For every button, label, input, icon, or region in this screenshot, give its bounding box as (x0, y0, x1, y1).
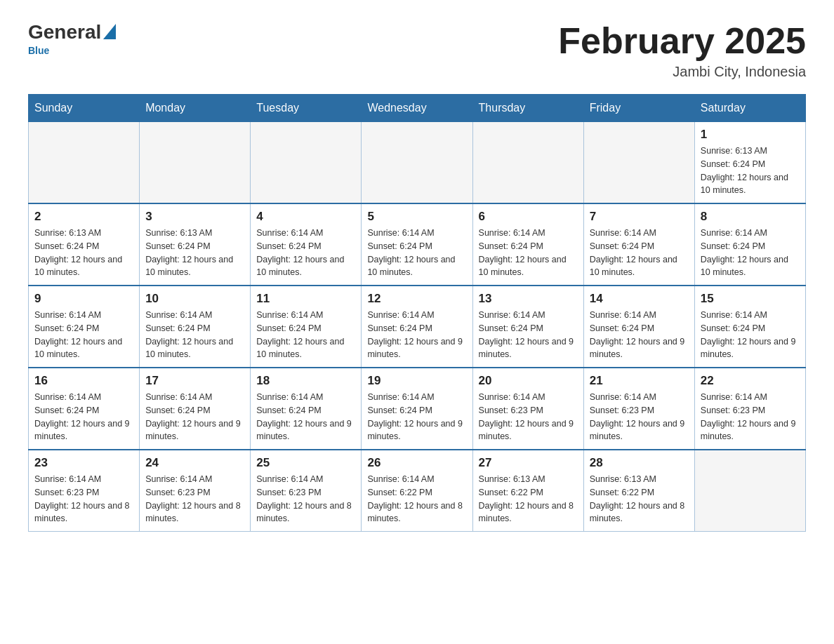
calendar-cell (29, 122, 140, 204)
calendar-cell (362, 122, 472, 204)
day-info: Sunrise: 6:14 AMSunset: 6:24 PMDaylight:… (145, 309, 244, 361)
title-area: February 2025 Jambi City, Indonesia (558, 21, 806, 80)
day-info: Sunrise: 6:14 AMSunset: 6:24 PMDaylight:… (367, 309, 466, 361)
calendar-week-row: 9Sunrise: 6:14 AMSunset: 6:24 PMDaylight… (29, 286, 806, 368)
calendar-cell (251, 122, 362, 204)
day-info: Sunrise: 6:14 AMSunset: 6:23 PMDaylight:… (34, 473, 133, 525)
calendar-cell: 20Sunrise: 6:14 AMSunset: 6:23 PMDayligh… (472, 368, 583, 450)
day-info: Sunrise: 6:14 AMSunset: 6:24 PMDaylight:… (701, 227, 800, 279)
day-info: Sunrise: 6:14 AMSunset: 6:24 PMDaylight:… (479, 309, 578, 361)
day-number: 26 (367, 456, 466, 470)
calendar-header-row: SundayMondayTuesdayWednesdayThursdayFrid… (29, 95, 806, 122)
calendar-cell: 9Sunrise: 6:14 AMSunset: 6:24 PMDaylight… (29, 286, 140, 368)
day-of-week-header: Thursday (472, 95, 583, 122)
calendar-week-row: 2Sunrise: 6:13 AMSunset: 6:24 PMDaylight… (29, 203, 806, 286)
calendar-cell: 17Sunrise: 6:14 AMSunset: 6:24 PMDayligh… (140, 368, 251, 450)
calendar-cell: 7Sunrise: 6:14 AMSunset: 6:24 PMDaylight… (583, 203, 694, 286)
day-number: 13 (479, 292, 578, 306)
calendar-week-row: 16Sunrise: 6:14 AMSunset: 6:24 PMDayligh… (29, 368, 806, 450)
day-number: 4 (256, 210, 355, 224)
day-info: Sunrise: 6:14 AMSunset: 6:24 PMDaylight:… (34, 309, 133, 361)
calendar-cell: 5Sunrise: 6:14 AMSunset: 6:24 PMDaylight… (362, 203, 472, 286)
calendar-cell (694, 450, 805, 532)
day-info: Sunrise: 6:13 AMSunset: 6:24 PMDaylight:… (34, 227, 133, 279)
day-number: 11 (256, 292, 355, 306)
calendar-week-row: 1Sunrise: 6:13 AMSunset: 6:24 PMDaylight… (29, 122, 806, 204)
day-info: Sunrise: 6:14 AMSunset: 6:24 PMDaylight:… (34, 391, 133, 443)
day-info: Sunrise: 6:13 AMSunset: 6:22 PMDaylight:… (479, 473, 578, 525)
day-of-week-header: Tuesday (251, 95, 362, 122)
calendar-week-row: 23Sunrise: 6:14 AMSunset: 6:23 PMDayligh… (29, 450, 806, 532)
day-number: 9 (34, 292, 133, 306)
calendar-cell: 28Sunrise: 6:13 AMSunset: 6:22 PMDayligh… (583, 450, 694, 532)
day-number: 5 (367, 210, 466, 224)
day-number: 7 (590, 210, 689, 224)
calendar-cell: 6Sunrise: 6:14 AMSunset: 6:24 PMDaylight… (472, 203, 583, 286)
calendar-cell: 10Sunrise: 6:14 AMSunset: 6:24 PMDayligh… (140, 286, 251, 368)
day-of-week-header: Monday (140, 95, 251, 122)
day-number: 8 (701, 210, 800, 224)
day-number: 6 (479, 210, 578, 224)
day-info: Sunrise: 6:14 AMSunset: 6:24 PMDaylight:… (367, 227, 466, 279)
day-number: 28 (590, 456, 689, 470)
page-title: February 2025 (558, 21, 806, 61)
calendar-cell: 23Sunrise: 6:14 AMSunset: 6:23 PMDayligh… (29, 450, 140, 532)
day-number: 16 (34, 374, 133, 388)
day-number: 3 (145, 210, 244, 224)
day-number: 12 (367, 292, 466, 306)
day-info: Sunrise: 6:14 AMSunset: 6:23 PMDaylight:… (701, 391, 800, 443)
day-number: 17 (145, 374, 244, 388)
day-info: Sunrise: 6:14 AMSunset: 6:24 PMDaylight:… (145, 391, 244, 443)
calendar-cell: 27Sunrise: 6:13 AMSunset: 6:22 PMDayligh… (472, 450, 583, 532)
day-info: Sunrise: 6:14 AMSunset: 6:24 PMDaylight:… (367, 391, 466, 443)
day-number: 24 (145, 456, 244, 470)
calendar-cell: 2Sunrise: 6:13 AMSunset: 6:24 PMDaylight… (29, 203, 140, 286)
page-subtitle: Jambi City, Indonesia (558, 64, 806, 80)
day-info: Sunrise: 6:13 AMSunset: 6:22 PMDaylight:… (590, 473, 689, 525)
day-number: 23 (34, 456, 133, 470)
calendar-table: SundayMondayTuesdayWednesdayThursdayFrid… (28, 94, 806, 532)
logo-blue-text: Blue (28, 45, 49, 56)
day-info: Sunrise: 6:14 AMSunset: 6:24 PMDaylight:… (701, 309, 800, 361)
day-number: 18 (256, 374, 355, 388)
calendar-cell: 26Sunrise: 6:14 AMSunset: 6:22 PMDayligh… (362, 450, 472, 532)
day-of-week-header: Saturday (694, 95, 805, 122)
logo-general-text: General (28, 21, 101, 43)
day-of-week-header: Friday (583, 95, 694, 122)
day-number: 19 (367, 374, 466, 388)
calendar-cell: 18Sunrise: 6:14 AMSunset: 6:24 PMDayligh… (251, 368, 362, 450)
day-info: Sunrise: 6:14 AMSunset: 6:24 PMDaylight:… (479, 227, 578, 279)
day-number: 1 (701, 128, 800, 142)
day-info: Sunrise: 6:14 AMSunset: 6:23 PMDaylight:… (145, 473, 244, 525)
day-info: Sunrise: 6:14 AMSunset: 6:22 PMDaylight:… (367, 473, 466, 525)
logo: General Blue (28, 21, 116, 56)
calendar-cell: 25Sunrise: 6:14 AMSunset: 6:23 PMDayligh… (251, 450, 362, 532)
calendar-cell: 3Sunrise: 6:13 AMSunset: 6:24 PMDaylight… (140, 203, 251, 286)
day-info: Sunrise: 6:14 AMSunset: 6:23 PMDaylight:… (590, 391, 689, 443)
day-number: 20 (479, 374, 578, 388)
calendar-cell: 24Sunrise: 6:14 AMSunset: 6:23 PMDayligh… (140, 450, 251, 532)
calendar-cell (583, 122, 694, 204)
day-of-week-header: Sunday (29, 95, 140, 122)
day-number: 22 (701, 374, 800, 388)
calendar-cell: 14Sunrise: 6:14 AMSunset: 6:24 PMDayligh… (583, 286, 694, 368)
day-info: Sunrise: 6:14 AMSunset: 6:24 PMDaylight:… (256, 309, 355, 361)
page-header: General Blue February 2025 Jambi City, I… (28, 21, 806, 80)
calendar-cell: 22Sunrise: 6:14 AMSunset: 6:23 PMDayligh… (694, 368, 805, 450)
day-number: 25 (256, 456, 355, 470)
day-info: Sunrise: 6:14 AMSunset: 6:24 PMDaylight:… (256, 391, 355, 443)
calendar-cell: 15Sunrise: 6:14 AMSunset: 6:24 PMDayligh… (694, 286, 805, 368)
day-info: Sunrise: 6:14 AMSunset: 6:23 PMDaylight:… (256, 473, 355, 525)
day-of-week-header: Wednesday (362, 95, 472, 122)
day-info: Sunrise: 6:14 AMSunset: 6:24 PMDaylight:… (590, 227, 689, 279)
day-info: Sunrise: 6:14 AMSunset: 6:23 PMDaylight:… (479, 391, 578, 443)
day-info: Sunrise: 6:14 AMSunset: 6:24 PMDaylight:… (256, 227, 355, 279)
day-number: 10 (145, 292, 244, 306)
day-number: 15 (701, 292, 800, 306)
calendar-cell (140, 122, 251, 204)
day-number: 21 (590, 374, 689, 388)
calendar-cell: 8Sunrise: 6:14 AMSunset: 6:24 PMDaylight… (694, 203, 805, 286)
calendar-cell: 1Sunrise: 6:13 AMSunset: 6:24 PMDaylight… (694, 122, 805, 204)
calendar-cell: 4Sunrise: 6:14 AMSunset: 6:24 PMDaylight… (251, 203, 362, 286)
day-number: 27 (479, 456, 578, 470)
